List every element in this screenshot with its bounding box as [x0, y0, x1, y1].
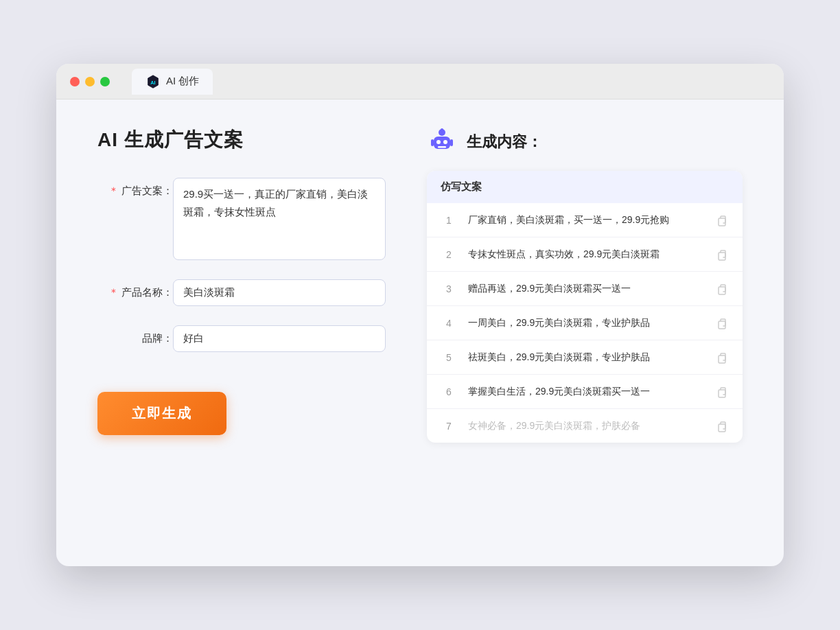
row-number: 7 — [441, 421, 457, 432]
browser-window: AI AI 创作 AI 生成广告文案 ＊广告文案： ＊产品名称： — [56, 64, 784, 566]
svg-rect-12 — [719, 253, 725, 260]
svg-text:AI: AI — [150, 79, 155, 85]
page-title: AI 生成广告文案 — [97, 127, 386, 153]
ai-tab-icon: AI — [145, 74, 161, 89]
row-text: 专抹女性斑点，真实功效，29.9元美白淡斑霜 — [468, 247, 704, 261]
minimize-button[interactable] — [85, 77, 95, 86]
required-star-product: ＊ — [108, 286, 119, 298]
ad-copy-input[interactable] — [173, 178, 386, 260]
copy-icon[interactable] — [715, 213, 729, 227]
tab-ai-creation[interactable]: AI AI 创作 — [132, 69, 213, 95]
table-row: 7 女神必备，29.9元美白淡斑霜，护肤必备 — [427, 409, 743, 443]
row-number: 4 — [441, 318, 457, 329]
tab-label: AI 创作 — [166, 75, 199, 88]
copy-icon[interactable] — [715, 419, 729, 433]
close-button[interactable] — [70, 77, 80, 86]
svg-point-7 — [443, 140, 447, 144]
content-area: AI 生成广告文案 ＊广告文案： ＊产品名称： 品牌： 立 — [56, 100, 784, 566]
svg-rect-13 — [719, 287, 725, 294]
maximize-button[interactable] — [100, 77, 110, 86]
row-text: 一周美白，29.9元美白淡斑霜，专业护肤品 — [468, 316, 704, 330]
table-row: 4 一周美白，29.9元美白淡斑霜，专业护肤品 — [427, 306, 743, 340]
svg-rect-11 — [719, 218, 725, 226]
svg-rect-4 — [431, 139, 434, 146]
product-name-group: ＊产品名称： — [97, 279, 386, 306]
row-text: 赠品再送，29.9元美白淡斑霜买一送一 — [468, 281, 704, 296]
left-panel: AI 生成广告文案 ＊广告文案： ＊产品名称： 品牌： 立 — [97, 127, 386, 532]
table-row: 6 掌握美白生活，29.9元美白淡斑霜买一送一 — [427, 375, 743, 409]
copy-icon[interactable] — [715, 282, 729, 296]
svg-rect-8 — [438, 146, 446, 148]
generate-button[interactable]: 立即生成 — [97, 392, 226, 435]
table-row: 2 专抹女性斑点，真实功效，29.9元美白淡斑霜 — [427, 237, 743, 272]
brand-label: 品牌： — [97, 325, 173, 345]
result-table: 仿写文案 1 厂家直销，美白淡斑霜，买一送一，29.9元抢购 2 专抹女性斑点，… — [427, 171, 743, 443]
product-name-input[interactable] — [173, 279, 386, 306]
row-number: 6 — [441, 386, 457, 397]
svg-rect-5 — [450, 139, 453, 146]
ad-copy-label: ＊广告文案： — [97, 178, 173, 198]
row-text: 掌握美白生活，29.9元美白淡斑霜买一送一 — [468, 384, 704, 399]
brand-group: 品牌： — [97, 325, 386, 352]
brand-input[interactable] — [173, 325, 386, 352]
row-text: 祛斑美白，29.9元美白淡斑霜，专业护肤品 — [468, 350, 704, 364]
result-title: 生成内容： — [467, 132, 542, 152]
result-header: 生成内容： — [427, 127, 743, 157]
svg-rect-16 — [719, 390, 725, 397]
row-number: 5 — [441, 352, 457, 363]
copy-icon[interactable] — [715, 351, 729, 364]
svg-point-6 — [436, 140, 441, 144]
table-row: 5 祛斑美白，29.9元美白淡斑霜，专业护肤品 — [427, 340, 743, 375]
table-row: 1 厂家直销，美白淡斑霜，买一送一，29.9元抢购 — [427, 203, 743, 237]
row-number: 3 — [441, 283, 457, 294]
row-text: 厂家直销，美白淡斑霜，买一送一，29.9元抢购 — [468, 213, 704, 227]
title-bar: AI AI 创作 — [56, 64, 784, 100]
copy-icon[interactable] — [715, 248, 729, 261]
required-star-ad: ＊ — [108, 185, 119, 196]
table-row: 3 赠品再送，29.9元美白淡斑霜买一送一 — [427, 272, 743, 306]
row-number: 1 — [441, 215, 457, 226]
right-panel: 生成内容： 仿写文案 1 厂家直销，美白淡斑霜，买一送一，29.9元抢购 2 专… — [427, 127, 743, 532]
product-name-label: ＊产品名称： — [97, 279, 173, 299]
svg-rect-17 — [719, 424, 725, 432]
copy-icon[interactable] — [715, 316, 729, 330]
row-number: 2 — [441, 249, 457, 260]
row-text: 女神必备，29.9元美白淡斑霜，护肤必备 — [468, 419, 704, 433]
ad-copy-group: ＊广告文案： — [97, 178, 386, 260]
robot-icon — [427, 127, 457, 157]
svg-point-10 — [441, 128, 443, 131]
table-header: 仿写文案 — [427, 171, 743, 203]
traffic-lights — [70, 77, 110, 86]
svg-rect-14 — [719, 321, 725, 329]
copy-icon[interactable] — [715, 385, 729, 399]
svg-rect-15 — [719, 355, 725, 363]
